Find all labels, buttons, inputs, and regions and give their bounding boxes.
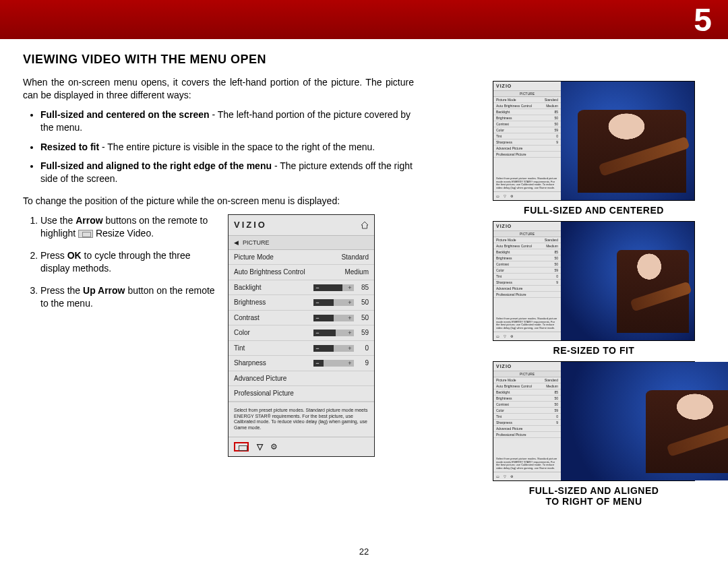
osd-row-label: Professional Picture [234, 389, 294, 398]
minus-icon[interactable]: − [313, 345, 322, 352]
minus-icon[interactable]: − [313, 360, 322, 367]
osd-row-value: 50 [358, 313, 369, 323]
osd-row[interactable]: Advanced Picture [229, 371, 374, 387]
osd-row-value: 85 [358, 283, 369, 292]
minus-icon[interactable]: − [313, 315, 322, 321]
list-item: Resized to fit - The entire picture is v… [40, 141, 414, 154]
resize-video-icon: ▭ [496, 334, 499, 338]
osd-row[interactable]: Color−+59 [229, 325, 374, 341]
osd-row-label: Color [234, 328, 250, 338]
chapter-bar: 5 [0, 0, 728, 39]
plus-icon[interactable]: + [346, 360, 354, 367]
mini-osd: VIZIOPICTUREPicture ModeStandardAuto Bri… [493, 82, 561, 200]
plus-icon[interactable]: + [346, 299, 354, 306]
list-item-desc: - The entire picture is visible in the s… [99, 142, 375, 152]
wide-mode-icon: ▽ [504, 474, 506, 478]
osd-row-value: Medium [344, 268, 369, 277]
osd-row-value: 59 [358, 328, 369, 338]
osd-category: PICTURE [243, 239, 270, 247]
settings-icon: ⚙ [510, 334, 513, 338]
back-icon[interactable]: ◀ [234, 239, 239, 247]
osd-row-label: Contrast [234, 313, 260, 323]
thumbnail-caption: FULL-SIZED AND ALIGNEDTO RIGHT OF MENU [483, 485, 705, 507]
osd-row[interactable]: Sharpness−+9 [229, 356, 374, 371]
settings-icon: ⚙ [510, 194, 513, 198]
list-item-term: Full-sized and centered on the screen [40, 109, 210, 120]
thumbnail-right: VIZIOPICTUREPicture ModeStandardAuto Bri… [493, 361, 695, 481]
osd-row-label: Advanced Picture [234, 374, 286, 383]
intro-paragraph: When the on-screen menu opens, it covers… [23, 76, 414, 102]
thumbnail-block: VIZIOPICTUREPicture ModeStandardAuto Bri… [483, 221, 705, 356]
osd-row[interactable]: Picture ModeStandard [229, 250, 374, 266]
step-item: Use the Arrow buttons on the remote to h… [40, 214, 218, 240]
osd-panel: VIZIO ◀ PICTURE Picture ModeStandardAuto… [228, 214, 375, 457]
resize-video-icon: ▭ [496, 194, 499, 198]
mini-osd: VIZIOPICTUREPicture ModeStandardAuto Bri… [493, 362, 561, 480]
thumbnail-fit: VIZIOPICTUREPicture ModeStandardAuto Bri… [493, 221, 695, 341]
plus-icon[interactable]: + [346, 315, 354, 321]
osd-row[interactable]: Auto Brightness ControlMedium [229, 265, 374, 280]
minus-icon[interactable]: − [313, 299, 322, 306]
thumbnail-centered: VIZIOPICTUREPicture ModeStandardAuto Bri… [493, 81, 695, 201]
step-item: Press the Up Arrow button on the remote … [40, 284, 218, 310]
settings-icon[interactable]: ⚙ [270, 441, 278, 452]
osd-brand: VIZIO [234, 219, 267, 231]
osd-row[interactable]: Professional Picture [229, 386, 374, 402]
manual-page: 5 VIEWING VIDEO WITH THE MENU OPEN When … [0, 0, 728, 562]
osd-row-label: Brightness [234, 298, 266, 307]
osd-row-label: Tint [234, 344, 245, 353]
list-item-term: Full-sized and aligned to the right edge… [40, 160, 272, 171]
osd-row-label: Auto Brightness Control [234, 268, 305, 277]
osd-footnote: Select from preset picture modes. Standa… [229, 402, 374, 437]
resize-video-icon[interactable] [234, 442, 249, 451]
osd-row-value: 0 [358, 344, 369, 353]
minus-icon[interactable]: − [313, 330, 322, 336]
slider[interactable]: −+ [313, 284, 354, 291]
osd-row-label: Backlight [234, 283, 262, 292]
chapter-number: 5 [694, 1, 712, 38]
left-column: When the on-screen menu opens, it covers… [23, 76, 414, 457]
slider[interactable]: −+ [313, 360, 354, 367]
minus-icon[interactable]: − [313, 284, 322, 291]
mini-osd: VIZIOPICTUREPicture ModeStandardAuto Bri… [493, 222, 561, 340]
wide-mode-icon: ▽ [504, 334, 506, 338]
list-item-term: Resized to fit [40, 142, 99, 152]
thumbnail-caption: FULL-SIZED AND CENTERED [483, 205, 705, 216]
osd-list: Picture ModeStandardAuto Brightness Cont… [229, 250, 374, 402]
osd-row-label: Sharpness [234, 358, 266, 368]
plus-icon[interactable]: + [346, 330, 354, 336]
steps-list: Use the Arrow buttons on the remote to h… [23, 214, 218, 457]
osd-row-value: 9 [358, 358, 369, 368]
display-modes-list: Full-sized and centered on the screen - … [40, 108, 414, 185]
thumbnail-caption: RE-SIZED TO FIT [483, 345, 705, 356]
list-item: Full-sized and centered on the screen - … [40, 108, 414, 134]
thumbnail-block: VIZIOPICTUREPicture ModeStandardAuto Bri… [483, 81, 705, 216]
content-area: VIEWING VIDEO WITH THE MENU OPEN When th… [23, 53, 705, 562]
list-item: Full-sized and aligned to the right edge… [40, 160, 414, 185]
osd-row[interactable]: Backlight−+85 [229, 280, 374, 296]
resize-video-icon: ▭ [496, 474, 499, 478]
instruction-lead: To change the position of the picture wh… [23, 195, 414, 208]
osd-row-value: 50 [358, 298, 369, 307]
page-number: 22 [23, 547, 705, 557]
video-preview [561, 222, 694, 340]
wide-mode-icon[interactable]: ▽ [257, 441, 262, 452]
page-title: VIEWING VIDEO WITH THE MENU OPEN [23, 53, 705, 67]
osd-row[interactable]: Tint−+0 [229, 341, 374, 356]
slider[interactable]: −+ [313, 299, 354, 306]
osd-row[interactable]: Brightness−+50 [229, 295, 374, 311]
settings-icon: ⚙ [510, 474, 513, 478]
osd-row-label: Picture Mode [234, 253, 274, 262]
slider[interactable]: −+ [313, 330, 354, 336]
slider[interactable]: −+ [313, 315, 354, 321]
thumbnail-block: VIZIOPICTUREPicture ModeStandardAuto Bri… [483, 361, 705, 507]
plus-icon[interactable]: + [346, 284, 354, 291]
osd-row[interactable]: Contrast−+50 [229, 311, 374, 326]
plus-icon[interactable]: + [346, 345, 354, 352]
step-item: Press OK to cycle through the three disp… [40, 249, 218, 275]
resize-video-icon [78, 230, 93, 238]
slider[interactable]: −+ [313, 345, 354, 352]
right-column: VIZIOPICTUREPicture ModeStandardAuto Bri… [483, 81, 705, 512]
home-icon[interactable] [361, 221, 369, 229]
video-preview [561, 362, 728, 480]
